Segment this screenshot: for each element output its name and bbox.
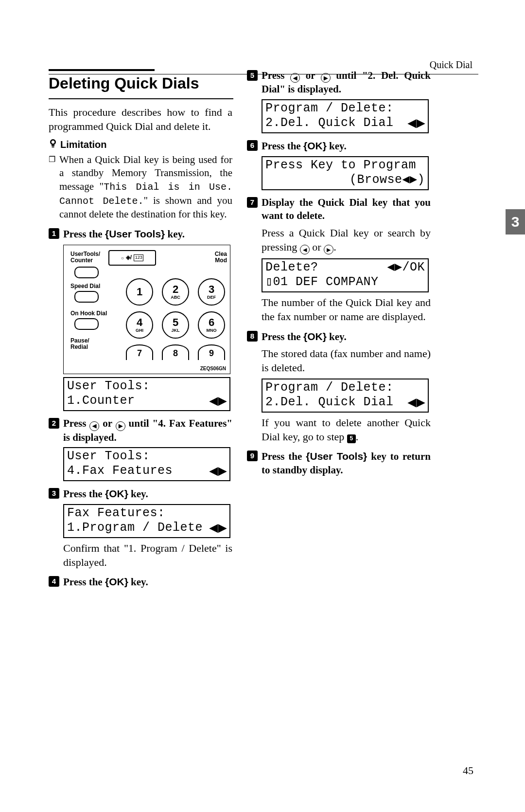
step6-pre: Press the [262, 140, 303, 152]
key-ok: OK [307, 140, 323, 151]
step7-after-end: . [333, 241, 336, 253]
step-num-6: 6 [247, 140, 258, 151]
right-arrow-icon: ▶ [321, 73, 331, 83]
step-ref-5: 5 [347, 434, 356, 443]
key-ok: OK [307, 331, 323, 342]
lcd5-r1: Program / Delete: [265, 101, 394, 116]
step8-pre: Press the [262, 331, 303, 343]
kp-speeddial-button [74, 291, 99, 303]
step-num-2: 2 [49, 418, 59, 429]
step8-note-b: . [356, 431, 359, 443]
key-ok: OK [109, 576, 124, 587]
step8-after: The stored data (fax number and name) is… [262, 346, 431, 375]
step3-pre: Press the [63, 488, 105, 500]
lcd7-r1a: Delete? [265, 260, 318, 275]
right-arrow-icon: ▶ [116, 421, 125, 431]
step6-post: key. [327, 140, 347, 152]
kp-speeddial-label: Speed Dial [70, 283, 100, 289]
title-rule-short [49, 69, 155, 71]
step7-text: Display the Quick Dial key that you want… [262, 196, 431, 223]
step-8: 8 Press the {OK} key. [247, 330, 431, 344]
step3-post: key. [128, 488, 148, 500]
right-arrow-icon: ▶ [324, 245, 333, 254]
step1-pre: Press the [63, 228, 105, 240]
kp-row-2: 4GHI 5JKL 6MNO [126, 311, 225, 339]
step-num-7: 7 [247, 197, 258, 208]
step8-note: If you want to delete another Quick Dial… [262, 415, 431, 444]
lcd3-r2: 1.Program / Delete [67, 521, 203, 535]
step1-post: key. [165, 228, 185, 240]
step-4: 4 Press the {OK} key. [49, 575, 232, 589]
right-column: 5 Press ◀ or ▶ until "2. Del. Quick Dial… [247, 57, 431, 480]
keypad-illustration: UserTools/ Counter ○ ◈/ 123 Clea Mod Spe… [63, 245, 230, 374]
limitation-bullet-icon: ❐ [49, 153, 55, 221]
one-two-three-box: 123 [134, 254, 143, 261]
lcd6-r1: Press Key to Program [265, 158, 416, 173]
step-3: 3 Press the {OK} key. [49, 487, 232, 501]
key-user-tools: User Tools [109, 228, 161, 239]
title-rule-full [49, 98, 233, 99]
key-ok: OK [109, 488, 124, 499]
left-right-arrow-icon: ◀▶ [210, 522, 227, 534]
lcd-step7: Delete?◀▶/OK ▯01 DEF COMPANY [262, 258, 429, 292]
step2-pre: Press [63, 417, 89, 429]
step-num-3: 3 [49, 488, 59, 499]
page: Quick Dial Deleting Quick Dials This pro… [0, 0, 525, 812]
lcd2-r2: 4.Fax Features [67, 464, 173, 478]
step3-after: Confirm that "1. Program / Delete" is di… [63, 541, 232, 569]
key-2: 2ABC [162, 278, 189, 306]
svg-rect-2 [52, 146, 54, 147]
lcd7-r1b: ◀▶/OK [387, 260, 425, 275]
limitation-heading: Limitation [49, 138, 232, 151]
lcd7-r2: ▯01 DEF COMPANY [265, 275, 379, 289]
lcd1-r2: 1.Counter [67, 394, 135, 408]
left-column: Deleting Quick Dials This procedure desc… [49, 57, 232, 592]
kp-row-3: 7 8 9 [126, 344, 225, 360]
lcd1-r1: User Tools: [67, 379, 150, 394]
key-9: 9 [198, 344, 225, 360]
lcd-step6: Press Key to Program (Browse◀▶) [262, 156, 429, 190]
key-1: 1 [126, 278, 153, 306]
step-num-5: 5 [247, 70, 258, 81]
section-title: Deleting Quick Dials [49, 73, 232, 93]
step7-note: The number of the Quick Dial key and the… [262, 295, 431, 324]
key-6: 6MNO [198, 311, 225, 339]
step8-note-a: If you want to delete another Quick Dial… [262, 416, 431, 443]
kp-clear-label: Clea Mod [215, 251, 227, 263]
kp-image-code: ZEQS06GN [200, 365, 226, 372]
diamond-icon: ◈/ [126, 254, 132, 262]
step4-pre: Press the [63, 576, 105, 588]
svg-point-3 [52, 141, 54, 144]
step2-mid: or [99, 417, 115, 429]
step7-after-a: Press a Quick Dial key or search by pres… [262, 227, 431, 253]
step5-mid: or [300, 70, 321, 81]
step5-pre: Press [262, 70, 290, 81]
step-num-1: 1 [49, 228, 59, 239]
kp-usertools-label: UserTools/ Counter [70, 251, 100, 263]
kp-usertools-display: ○ ◈/ 123 [108, 250, 156, 266]
kp-onhook-button [74, 318, 99, 330]
lightbulb-icon [49, 139, 57, 151]
left-right-arrow-icon: ◀▶ [210, 465, 227, 477]
step-num-9: 9 [247, 451, 258, 461]
key-8: 8 [162, 344, 189, 360]
left-right-arrow-icon: ◀▶ [408, 117, 425, 129]
lcd-step2: User Tools: 4.Fax Features◀▶ [63, 447, 230, 481]
step-9: 9 Press the {User Tools} key to return t… [247, 450, 431, 477]
left-right-arrow-icon: ◀▶ [210, 395, 227, 407]
step4-post: key. [128, 576, 148, 588]
limitation-label: Limitation [60, 138, 107, 151]
lcd3-r1: Fax Features: [67, 506, 165, 521]
chapter-tab: 3 [506, 209, 525, 235]
key-4: 4GHI [126, 311, 153, 339]
step-7: 7 Display the Quick Dial key that you wa… [247, 196, 431, 223]
step7-after: Press a Quick Dial key or search by pres… [262, 226, 431, 254]
step-2: 2 Press ◀ or ▶ until "4. Fax Features" i… [49, 417, 232, 444]
svg-rect-1 [52, 145, 54, 146]
limitation-body: ❐ When a Quick Dial key is being used fo… [49, 153, 232, 221]
lcd6-r2: (Browse◀▶) [350, 173, 425, 187]
lcd8-r2: 2.Del. Quick Dial [265, 395, 394, 410]
left-arrow-icon: ◀ [290, 73, 300, 83]
step9-pre: Press the [262, 451, 306, 462]
key-7: 7 [126, 344, 153, 360]
